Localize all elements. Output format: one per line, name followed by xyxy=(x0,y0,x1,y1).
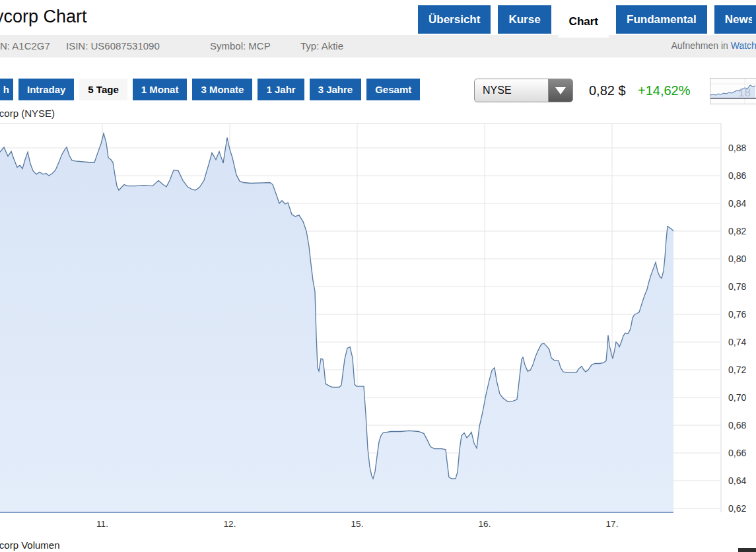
y-tick-0,78: 0,78 xyxy=(728,281,746,292)
y-tick-0,70: 0,70 xyxy=(728,392,746,403)
volume-chart-artifact xyxy=(738,548,756,552)
y-tick-0,64: 0,64 xyxy=(728,475,746,486)
y-tick-0,84: 0,84 xyxy=(728,198,746,209)
y-tick-0,86: 0,86 xyxy=(728,170,746,181)
y-tick-0,62: 0,62 xyxy=(728,503,746,514)
price-chart-canvas[interactable] xyxy=(0,0,756,552)
tab-chart[interactable]: Chart xyxy=(559,5,609,38)
page: lycorp Chart ÜbersichtKurseChartFundamen… xyxy=(0,0,756,552)
y-tick-0,74: 0,74 xyxy=(728,337,746,347)
y-tick-0,68: 0,68 xyxy=(728,420,746,431)
volume-section-title: lycorp Volumen xyxy=(0,539,60,551)
price-area-fill xyxy=(0,133,673,512)
x-tick-15: 15. xyxy=(351,519,364,529)
y-tick-0,82: 0,82 xyxy=(728,226,746,236)
y-tick-0,66: 0,66 xyxy=(728,448,746,458)
x-tick-16: 16. xyxy=(479,519,491,529)
y-tick-0,88: 0,88 xyxy=(728,143,746,153)
x-tick-12: 12. xyxy=(224,519,236,529)
y-tick-0,80: 0,80 xyxy=(728,254,746,264)
x-tick-17: 17. xyxy=(606,519,619,529)
y-tick-0,72: 0,72 xyxy=(728,364,746,375)
y-tick-0,76: 0,76 xyxy=(728,309,746,320)
x-tick-11: 11. xyxy=(96,519,108,529)
